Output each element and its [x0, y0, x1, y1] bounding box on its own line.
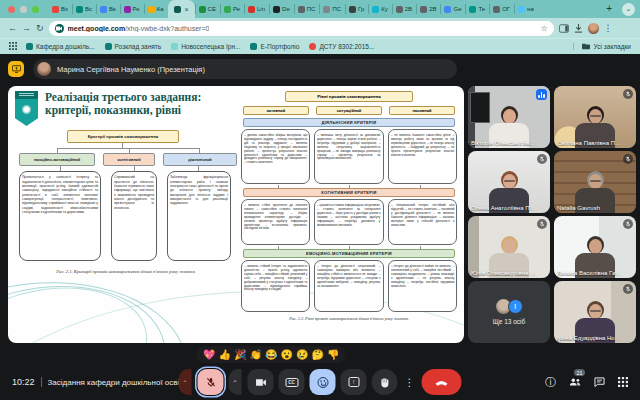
maximize-window-button[interactable] — [32, 6, 39, 13]
bookmark-4[interactable]: ДСТУ 8302:2015... — [309, 43, 374, 50]
browser-menu-icon[interactable]: ⋮ — [604, 23, 613, 33]
reaction-emoji-2[interactable]: 🎉 — [234, 350, 246, 360]
reaction-emoji-6[interactable]: 😢 — [296, 350, 308, 360]
mic-mute-button[interactable] — [198, 369, 224, 395]
tab-list-chevron-icon[interactable]: ⌄ — [622, 3, 635, 16]
browser-tab-6[interactable]: СЕ — [195, 0, 220, 18]
bookmark-0[interactable]: Кафедра дошкіль... — [26, 43, 95, 50]
participant-tile-5[interactable]: Лариса Василівна Гар... — [554, 216, 636, 278]
flowchart-root: Критерії проявів самовираження — [67, 130, 179, 143]
browser-tab-13[interactable]: Ку — [368, 0, 392, 18]
bookmark-3[interactable]: Е-Портфоліо — [250, 43, 299, 50]
bookmark-favicon — [105, 43, 112, 50]
end-call-button[interactable] — [422, 369, 462, 395]
presentation-active-icon[interactable] — [8, 61, 24, 77]
criterion-cognitive: когнітивний — [103, 153, 155, 166]
camera-options-chevron[interactable]: ⌃ — [229, 369, 242, 395]
level-cell-1-0: – виявляє стійке прагнення до пізнання н… — [241, 199, 310, 245]
browser-tab-5[interactable]: × — [168, 0, 195, 18]
participant-tile-1[interactable]: Світлана Павлівна Пол... — [554, 86, 636, 148]
reaction-emoji-1[interactable]: 👍 — [218, 350, 230, 360]
browser-tab-18[interactable]: ОГ — [489, 0, 514, 18]
activities-grid-icon[interactable] — [618, 377, 628, 387]
browser-tab-17[interactable]: Те — [465, 0, 489, 18]
apps-grid-icon[interactable] — [9, 42, 17, 50]
tab-strip: ВхВсВкРеКа×СЕРеLinDeПСПСГрКу2В2ВGeТеОГна… — [0, 0, 640, 18]
tab-favicon — [469, 6, 476, 13]
browser-tab-7[interactable]: Ре — [220, 0, 244, 18]
browser-toolbar: ← → ↻ meet.google.com/xhg-vwbe-dxk?authu… — [0, 18, 640, 38]
profile-avatar[interactable] — [588, 23, 599, 34]
browser-tab-9[interactable]: De — [269, 0, 294, 18]
browser-tab-0[interactable]: Вх — [48, 0, 72, 18]
browser-tab-8[interactable]: Lin — [244, 0, 269, 18]
side-panel-icon[interactable] — [559, 24, 569, 33]
meeting-info-icon[interactable]: ⓘ — [545, 377, 556, 388]
participant-tile-3[interactable]: Natalia Gavrush — [554, 151, 636, 213]
meet-favicon — [55, 24, 64, 33]
level-cell-0-2: – не виявляє бажання самостійно діяти; –… — [388, 129, 457, 184]
tab-favicon — [124, 6, 131, 13]
mic-options-chevron[interactable]: ⌃ — [179, 369, 192, 395]
reactions-bar: 💖👍🎉👏😂😮😢🤔👎 — [196, 346, 346, 363]
browser-tab-3[interactable]: Ре — [120, 0, 144, 18]
back-icon[interactable]: ← — [8, 24, 17, 33]
bookmarks-list: Кафедра дошкіль...Розклад занятьНовоселе… — [26, 43, 374, 50]
participants-icon[interactable]: 21 — [569, 377, 581, 387]
minimize-window-button[interactable] — [20, 6, 27, 13]
reaction-emoji-3[interactable]: 👏 — [249, 350, 261, 360]
participant-tile-0[interactable]: Вікторія Олександрів... — [468, 86, 550, 148]
reaction-emoji-0[interactable]: 💖 — [203, 350, 215, 360]
bookmark-favicon — [309, 43, 316, 50]
raise-hand-button[interactable] — [372, 369, 398, 395]
bookmark-2[interactable]: Новоселецька Ірн... — [171, 43, 240, 50]
presenter-name: Марина Сергіївна Науменко (Презентація) — [57, 65, 205, 74]
reaction-emoji-8[interactable]: 👎 — [327, 350, 339, 360]
captions-button[interactable]: CC — [279, 369, 305, 395]
present-button[interactable]: ↑ — [341, 369, 367, 395]
downloads-icon[interactable] — [574, 24, 583, 33]
bookmark-star-icon[interactable]: ☆ — [540, 24, 547, 33]
close-window-button[interactable] — [8, 6, 15, 13]
all-bookmarks[interactable]: Усі закладки — [573, 43, 631, 50]
smiley-icon — [317, 377, 328, 388]
present-icon: ↑ — [348, 377, 359, 387]
browser-tab-4[interactable]: Ка — [144, 0, 168, 18]
reaction-emoji-7[interactable]: 🤔 — [311, 350, 323, 360]
participant-tile-4[interactable]: Юлія Олександрівна Ро... — [468, 216, 550, 278]
browser-tab-15[interactable]: 2В — [416, 0, 440, 18]
bookmark-1[interactable]: Розклад занять — [105, 43, 162, 50]
cells-cognitive: – виявляє стійке прагнення до пізнання н… — [241, 199, 457, 245]
browser-tab-10[interactable]: ПС — [294, 0, 320, 18]
browser-tab-11[interactable]: ПС — [319, 0, 345, 18]
participant-tile-7[interactable]: Ірина Едуардівна Ново... — [554, 281, 636, 343]
browser-tab-2[interactable]: Вк — [96, 0, 120, 18]
browser-tab-12[interactable]: Гр — [345, 0, 368, 18]
tab-close-icon[interactable]: × — [185, 6, 189, 13]
participant-tile-2[interactable]: Олена Анатоліївна Пол... — [468, 151, 550, 213]
browser-tab-16[interactable]: Ge — [440, 0, 465, 18]
more-options-button[interactable]: ⋮ — [403, 377, 417, 388]
reload-icon[interactable]: ↻ — [36, 24, 44, 33]
new-tab-button[interactable]: + — [601, 0, 617, 18]
window-controls[interactable] — [8, 6, 39, 13]
forward-icon[interactable]: → — [22, 24, 31, 33]
level-cell-1-2: – пізнавальний інтерес нестійкий або від… — [388, 199, 457, 245]
participant-name: Юлія Олександрівна Ро... — [471, 270, 537, 276]
reaction-emoji-5[interactable]: 😮 — [280, 350, 292, 360]
university-logo — [15, 91, 38, 126]
more-participants-tile[interactable]: ІЩе 13 осіб — [468, 281, 550, 343]
participant-name: Олена Анатоліївна Пол... — [471, 205, 537, 211]
camera-button[interactable] — [248, 369, 274, 395]
chat-icon[interactable] — [594, 377, 605, 387]
participants-count-badge: 21 — [574, 369, 585, 376]
level-situational: ситуаційний — [316, 106, 382, 115]
reaction-emoji-4[interactable]: 😂 — [265, 350, 277, 360]
address-bar[interactable]: meet.google.com/xhg-vwbe-dxk?authuser=0 … — [49, 21, 554, 36]
reactions-button[interactable] — [310, 369, 336, 395]
browser-tab-1[interactable]: Вс — [72, 0, 96, 18]
level-cell-0-1: – визначає мету діяльності за допомогою … — [314, 129, 383, 184]
browser-tab-19[interactable]: на — [514, 0, 538, 18]
browser-tab-14[interactable]: 2В — [392, 0, 416, 18]
tab-favicon — [298, 6, 305, 13]
